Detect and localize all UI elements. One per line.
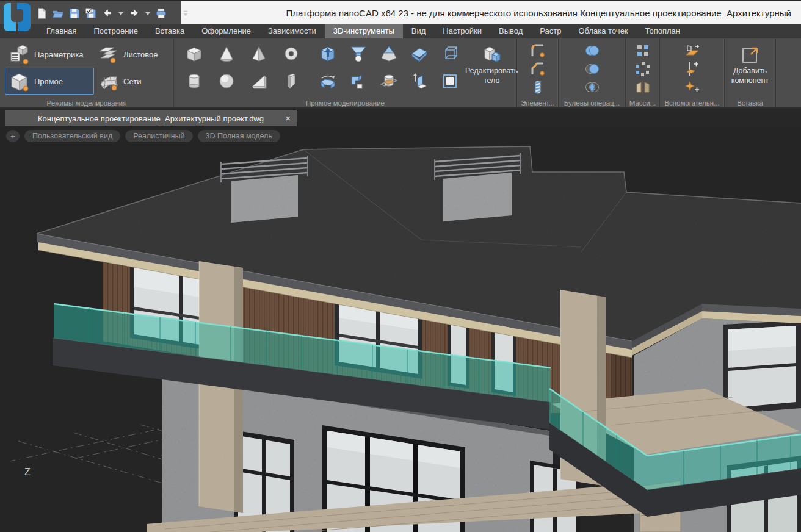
primitive-cone-button[interactable]: [210, 40, 242, 67]
direct-mode-icon: [9, 71, 30, 92]
tool-taper-button[interactable]: [343, 40, 374, 67]
tool-section-button[interactable]: [374, 67, 404, 95]
primitive-pyramid-button[interactable]: [242, 40, 275, 67]
redo-icon[interactable]: [128, 6, 140, 21]
panel-label-element: Элемент...: [518, 99, 557, 107]
mode-parametric-button[interactable]: Параметрика: [5, 41, 94, 68]
rect-array-icon[interactable]: [635, 43, 651, 59]
tool-slab-button[interactable]: [404, 40, 435, 67]
add-component-icon: [740, 45, 761, 65]
save-button[interactable]: [68, 6, 81, 21]
tab-insert[interactable]: Вставка: [147, 24, 193, 38]
ribbon: Параметрика Листовое Прямое: [0, 38, 801, 109]
primitive-box-button[interactable]: [178, 40, 210, 67]
panel-label-insert: Вставка: [726, 99, 774, 107]
primitive-sphere-button[interactable]: [210, 67, 242, 95]
tab-view[interactable]: Вид: [403, 24, 435, 38]
sheet-mode-icon: [98, 44, 119, 65]
tab-point-clouds[interactable]: Облака точек: [570, 24, 637, 38]
close-icon[interactable]: ×: [285, 113, 291, 123]
panel-boolean: Булевы операц...: [559, 38, 626, 107]
panel-label-auxiliary: Вспомогательн...: [661, 99, 723, 107]
undo-icon[interactable]: [101, 6, 114, 21]
tab-draw[interactable]: Построение: [85, 24, 146, 38]
union-icon[interactable]: [584, 43, 600, 59]
tool-extrude-button[interactable]: [404, 67, 435, 95]
work-plane-icon[interactable]: [684, 43, 700, 59]
mode-mesh-button[interactable]: Сети: [94, 68, 167, 95]
panel-label-array: Масси...: [627, 99, 658, 107]
window-title: Платформа nanoCAD x64 23 - не для коммер…: [183, 1, 791, 26]
tool-sweep-button[interactable]: [343, 67, 374, 95]
z-axis-label: Z: [24, 467, 31, 477]
panel-array: Масси...: [626, 38, 660, 107]
new-file-button[interactable]: [35, 6, 48, 21]
upper-right-window[interactable]: [723, 320, 801, 414]
ribbon-empty-area: [776, 38, 801, 107]
print-button[interactable]: [155, 6, 167, 21]
panel-modeling-modes: Параметрика Листовое Прямое: [0, 38, 174, 107]
tool-push-pull-button[interactable]: [313, 40, 343, 67]
redo-caret-icon[interactable]: [145, 6, 151, 21]
mirror-icon[interactable]: [635, 79, 651, 95]
primitive-cylinder-button[interactable]: [178, 67, 210, 95]
nanocad-logo[interactable]: [2, 2, 32, 32]
tab-home[interactable]: Главная: [38, 24, 85, 38]
panel-direct-modeling: Редактировать тело Прямое моделирование: [174, 38, 517, 107]
panel-label-modeling-modes: Режимы моделирования: [1, 99, 172, 107]
nanocad-window: Платформа nanoCAD x64 23 - не для коммер…: [0, 0, 801, 532]
ribbon-tab-bar: Главная Построение Вставка Оформление За…: [0, 24, 801, 38]
chamfer-icon[interactable]: [530, 61, 546, 77]
edit-body-button[interactable]: Редактировать тело: [465, 40, 518, 107]
viewport[interactable]: + Пользовательский вид Реалистичный 3D П…: [0, 126, 801, 532]
primitive-shell-button[interactable]: [275, 67, 307, 95]
fillet-icon[interactable]: [530, 43, 546, 59]
panel-auxiliary: Вспомогательн...: [660, 38, 725, 107]
column-left-shade: [234, 267, 243, 513]
undo-caret-icon[interactable]: [118, 6, 124, 21]
parametric-mode-icon: [9, 44, 30, 65]
intersect-icon[interactable]: [584, 79, 600, 95]
mode-sheet-button[interactable]: Листовое: [94, 41, 167, 68]
thread-icon[interactable]: [530, 79, 546, 95]
mode-direct-button[interactable]: Прямое: [5, 68, 94, 95]
view-name-pill[interactable]: Пользовательский вид: [24, 130, 120, 142]
viewport-add-button[interactable]: +: [6, 130, 20, 142]
edit-body-icon: [481, 45, 502, 65]
tab-topoplan[interactable]: Топоплан: [637, 24, 689, 38]
tool-face-button[interactable]: [435, 67, 465, 95]
work-point-icon[interactable]: [684, 79, 700, 95]
tab-constraints[interactable]: Зависимости: [259, 24, 325, 38]
document-tab-bar: Концептуальное проектирование_Архитектур…: [0, 109, 801, 126]
primitive-torus-button[interactable]: [275, 40, 307, 67]
tab-raster[interactable]: Растр: [531, 24, 570, 38]
subtract-icon[interactable]: [584, 61, 600, 77]
title-bar: Платформа nanoCAD x64 23 - не для коммер…: [0, 0, 801, 24]
tool-revolve-button[interactable]: [313, 67, 343, 95]
tool-wireframe-box-button[interactable]: [435, 40, 465, 67]
open-file-button[interactable]: [52, 6, 64, 21]
mesh-mode-icon: [98, 71, 119, 92]
tab-output[interactable]: Вывод: [490, 24, 531, 38]
tab-format[interactable]: Оформление: [193, 24, 259, 38]
work-axis-icon[interactable]: [684, 61, 700, 77]
save-all-button[interactable]: [85, 6, 97, 21]
panel-element: Элемент...: [517, 38, 559, 107]
viewport-controls: + Пользовательский вид Реалистичный 3D П…: [6, 130, 280, 142]
document-tab-label: Концептуальное проектирование_Архитектур…: [38, 114, 264, 123]
viewport-canvas[interactable]: Z: [0, 126, 801, 532]
panel-label-boolean: Булевы операц...: [560, 99, 624, 107]
panel-insert: Добавить компонент Вставка: [725, 38, 776, 107]
visual-style-pill[interactable]: Реалистичный: [125, 130, 192, 142]
panel-label-direct-modeling: Прямое моделирование: [175, 99, 515, 107]
polar-array-icon[interactable]: [635, 61, 651, 77]
document-tab[interactable]: Концептуальное проектирование_Архитектур…: [5, 110, 297, 126]
primitive-wedge-button[interactable]: [242, 67, 275, 95]
add-component-button[interactable]: Добавить компонент: [725, 38, 775, 85]
tab-settings[interactable]: Настройки: [434, 24, 490, 38]
tool-loft-button[interactable]: [374, 40, 404, 67]
tab-3d-tools[interactable]: 3D-инструменты: [325, 24, 403, 38]
model-state-pill[interactable]: 3D Полная модель: [198, 130, 280, 142]
